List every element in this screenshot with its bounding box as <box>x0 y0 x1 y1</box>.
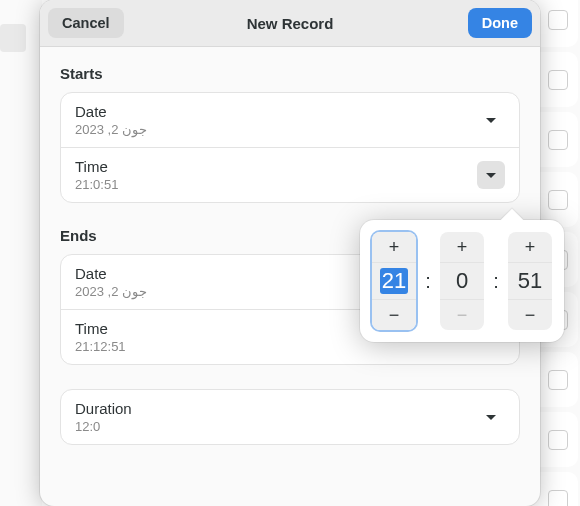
starts-time-label: Time <box>75 158 118 175</box>
row-checkbox-right[interactable] <box>548 10 568 30</box>
duration-value: 12:0 <box>75 419 132 434</box>
starts-section-label: Starts <box>60 65 520 82</box>
seconds-decrement-button[interactable]: − <box>508 300 552 330</box>
chevron-down-icon <box>486 415 496 420</box>
seconds-value[interactable]: 51 <box>508 262 552 300</box>
duration-label: Duration <box>75 400 132 417</box>
hours-decrement-button[interactable]: − <box>372 300 416 330</box>
starts-time-row[interactable]: Time 21:0:51 <box>61 147 519 202</box>
dialog-header: Cancel New Record Done <box>40 0 540 47</box>
chevron-down-icon <box>486 118 496 123</box>
minutes-decrement-button[interactable]: − <box>440 300 484 330</box>
row-checkbox-right[interactable] <box>548 190 568 210</box>
new-record-dialog: Cancel New Record Done Starts Date جون 2… <box>40 0 540 506</box>
starts-date-row[interactable]: Date جون 2, 2023 <box>61 93 519 147</box>
done-button[interactable]: Done <box>468 8 532 38</box>
seconds-spinner: + 51 − <box>508 232 552 330</box>
hours-value[interactable]: 21 <box>372 262 416 300</box>
expand-button-active[interactable] <box>477 161 505 189</box>
starts-date-label: Date <box>75 103 147 120</box>
duration-group: Duration 12:0 <box>60 389 520 445</box>
time-separator: : <box>488 270 504 293</box>
ends-time-label: Time <box>75 320 126 337</box>
minutes-spinner: + 0 − <box>440 232 484 330</box>
time-spinner-popup: + 21 − : + 0 − : + 51 − <box>360 220 564 342</box>
ends-date-value: جون 2, 2023 <box>75 284 147 299</box>
cancel-button[interactable]: Cancel <box>48 8 124 38</box>
ends-date-label: Date <box>75 265 147 282</box>
expand-button[interactable] <box>477 106 505 134</box>
expand-button[interactable] <box>477 403 505 431</box>
duration-row[interactable]: Duration 12:0 <box>61 390 519 444</box>
hours-spinner: + 21 − <box>372 232 416 330</box>
row-checkbox-right[interactable] <box>548 490 568 506</box>
minutes-increment-button[interactable]: + <box>440 232 484 262</box>
left-scroll-stub <box>0 24 26 52</box>
chevron-down-icon <box>486 173 496 178</box>
row-checkbox-right[interactable] <box>548 130 568 150</box>
row-checkbox-right[interactable] <box>548 370 568 390</box>
time-separator: : <box>420 270 436 293</box>
row-checkbox-right[interactable] <box>548 430 568 450</box>
minutes-value[interactable]: 0 <box>440 262 484 300</box>
row-checkbox-right[interactable] <box>548 70 568 90</box>
starts-time-value: 21:0:51 <box>75 177 118 192</box>
hours-increment-button[interactable]: + <box>372 232 416 262</box>
starts-date-value: جون 2, 2023 <box>75 122 147 137</box>
ends-time-value: 21:12:51 <box>75 339 126 354</box>
seconds-increment-button[interactable]: + <box>508 232 552 262</box>
starts-group: Date جون 2, 2023 Time 21:0:51 <box>60 92 520 203</box>
